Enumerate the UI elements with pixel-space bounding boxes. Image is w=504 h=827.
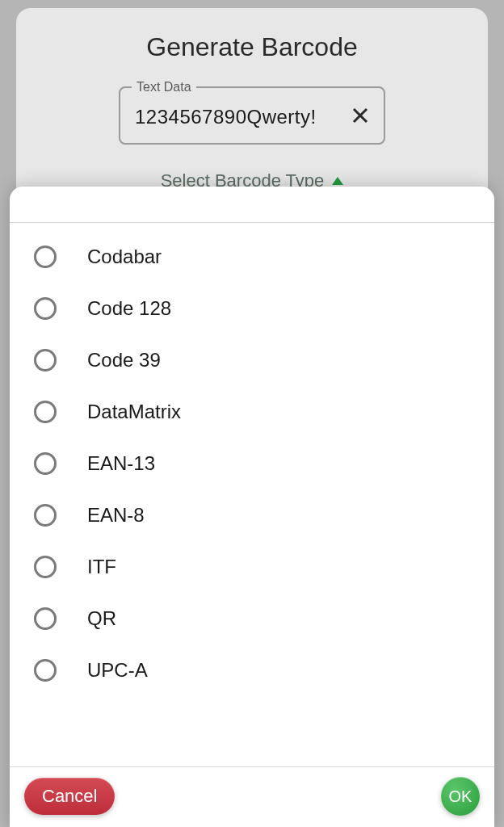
chevron-up-icon (332, 177, 343, 185)
radio-icon (34, 246, 57, 268)
text-data-label: Text Data (132, 80, 196, 94)
page-title: Generate Barcode (32, 32, 472, 62)
option-label: EAN-13 (87, 452, 155, 475)
option-code39[interactable]: Code 39 (10, 334, 494, 386)
option-datamatrix[interactable]: DataMatrix (10, 386, 494, 438)
radio-icon (34, 504, 57, 527)
option-label: DataMatrix (87, 401, 181, 423)
radio-icon (34, 659, 57, 682)
radio-icon (34, 607, 57, 630)
option-label: Code 128 (87, 297, 171, 320)
radio-icon (34, 452, 57, 475)
radio-icon (34, 401, 57, 423)
option-code128[interactable]: Code 128 (10, 283, 494, 334)
radio-icon (34, 349, 57, 372)
barcode-type-dropdown: Codabar Code 128 Code 39 DataMatrix EAN-… (10, 187, 494, 827)
option-label: ITF (87, 556, 116, 578)
option-qr[interactable]: QR (10, 593, 494, 644)
sheet-header-spacer (10, 187, 494, 222)
clear-icon[interactable] (351, 107, 369, 128)
text-data-value: 1234567890Qwerty! (135, 106, 317, 128)
option-ean13[interactable]: EAN-13 (10, 438, 494, 489)
option-upca[interactable]: UPC-A (10, 644, 494, 696)
radio-icon (34, 297, 57, 320)
cancel-button[interactable]: Cancel (24, 778, 115, 815)
options-list: Codabar Code 128 Code 39 DataMatrix EAN-… (10, 223, 494, 766)
option-codabar[interactable]: Codabar (10, 231, 494, 283)
sheet-footer: Cancel OK (10, 767, 494, 827)
option-label: EAN-8 (87, 504, 145, 527)
option-label: UPC-A (87, 659, 148, 682)
option-label: QR (87, 607, 116, 630)
option-ean8[interactable]: EAN-8 (10, 489, 494, 541)
option-label: Codabar (87, 246, 162, 268)
ok-button[interactable]: OK (441, 777, 480, 816)
option-itf[interactable]: ITF (10, 541, 494, 593)
radio-icon (34, 556, 57, 578)
text-data-input[interactable]: Text Data 1234567890Qwerty! (119, 86, 385, 145)
option-label: Code 39 (87, 349, 161, 372)
